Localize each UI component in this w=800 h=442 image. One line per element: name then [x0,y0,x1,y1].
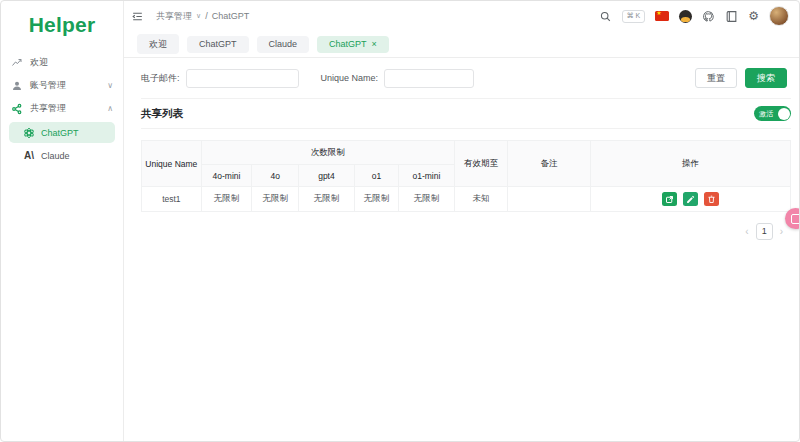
cell-actions [591,187,791,212]
col-o1: o1 [354,165,398,187]
delete-button[interactable] [704,192,719,206]
next-page-icon[interactable]: › [780,226,783,237]
unique-name-field[interactable] [384,69,474,88]
tab-welcome[interactable]: 欢迎 [137,34,179,54]
close-icon[interactable]: × [372,40,377,49]
toggle-knob [778,108,790,120]
tab-chatgpt[interactable]: ChatGPT [187,36,249,53]
unique-name-label: Unique Name: [321,73,379,83]
shortcut-badge: ⌘ K [622,10,646,23]
cell-limit: 无限制 [201,187,252,212]
col-actions: 操作 [591,141,791,187]
sidebar-item-accounts[interactable]: 账号管理 ∨ [1,74,123,97]
language-flag-icon[interactable] [655,11,669,21]
cell-limit: 无限制 [252,187,299,212]
main-area: 共享管理 ∨ / ChatGPT ⌘ K [124,1,799,441]
col-4o-mini: 4o-mini [201,165,252,187]
sidebar-item-label: 欢迎 [30,56,48,69]
pagination: ‹ 1 › [141,223,791,240]
search-button[interactable]: 搜索 [745,68,787,88]
active-toggle[interactable]: 激活 [754,106,791,121]
col-remark: 备注 [507,141,590,187]
sidebar-item-chatgpt[interactable]: ChatGPT [9,122,115,143]
edit-button[interactable] [683,192,698,206]
chevron-up-icon: ∧ [107,104,113,113]
search-icon[interactable] [599,10,612,23]
chart-icon [11,57,23,69]
user-icon [11,80,23,92]
sidebar-item-label: Claude [41,151,70,161]
sidebar-nav: 欢迎 账号管理 ∨ 共享管理 ∧ [1,51,123,166]
search-form: 电子邮件: Unique Name: 重置 搜索 [141,58,791,99]
email-field[interactable] [186,69,299,88]
col-gpt4: gpt4 [299,165,355,187]
table-header-row: Unique Name 次数限制 有效期至 备注 操作 [142,141,791,165]
breadcrumb-current[interactable]: ChatGPT [212,11,250,21]
anthropic-icon: A\ [23,150,35,162]
cell-expire: 未知 [454,187,507,212]
email-label: 电子邮件: [141,72,180,85]
cell-limit: 无限制 [354,187,398,212]
header-actions: ⌘ K ⚙ [599,6,789,26]
col-o1-mini: o1-mini [398,165,454,187]
share-list-title: 共享列表 [141,107,183,121]
app-window: Helper 欢迎 账号管理 ∨ [0,0,800,442]
sidebar-item-label: 账号管理 [30,79,66,92]
cell-unique-name: test1 [142,187,202,212]
share-table: Unique Name 次数限制 有效期至 备注 操作 4o-mini 4o g… [141,140,791,212]
tab-bar: 欢迎 ChatGPT Claude ChatGPT × [124,31,799,58]
col-unique-name: Unique Name [142,141,202,187]
tab-claude[interactable]: Claude [257,36,310,53]
toggle-label: 激活 [759,109,773,119]
form-actions: 重置 搜索 [695,68,791,88]
chevron-down-icon: ∨ [107,81,113,90]
trash-icon [707,192,716,207]
sidebar-item-label: 共享管理 [30,102,66,115]
cell-limit: 无限制 [299,187,355,212]
tab-chatgpt-active[interactable]: ChatGPT × [317,36,389,53]
external-link-icon [665,192,674,207]
col-limit-group: 次数限制 [201,141,454,165]
content-area: 电子邮件: Unique Name: 重置 搜索 共享列表 激活 [124,58,799,441]
sidebar-item-label: ChatGPT [41,128,79,138]
sidebar: Helper 欢迎 账号管理 ∨ [1,1,124,441]
sidebar-item-share[interactable]: 共享管理 ∧ [1,97,123,120]
docs-book-icon[interactable] [725,10,738,23]
col-expire: 有效期至 [454,141,507,187]
breadcrumb-separator: / [205,11,208,21]
github-icon[interactable] [702,10,715,23]
openai-icon [23,127,35,139]
settings-gear-icon[interactable]: ⚙ [748,9,759,23]
theme-toggle-icon[interactable] [679,10,692,23]
sidebar-item-welcome[interactable]: 欢迎 [1,51,123,74]
tab-label: ChatGPT [329,39,367,49]
col-4o: 4o [252,165,299,187]
page-number[interactable]: 1 [756,223,773,240]
app-logo: Helper [1,13,123,37]
cell-remark [507,187,590,212]
share-list-header: 共享列表 激活 [141,99,791,129]
prev-page-icon[interactable]: ‹ [745,226,748,237]
chevron-down-icon: ∨ [196,12,201,20]
floating-helper-button[interactable] [785,208,800,229]
sidebar-item-claude[interactable]: A\ Claude [9,145,115,166]
copy-link-button[interactable] [662,192,677,206]
header-bar: 共享管理 ∨ / ChatGPT ⌘ K [124,1,799,31]
share-icon [11,103,23,115]
cell-limit: 无限制 [398,187,454,212]
table-row: test1 无限制 无限制 无限制 无限制 无限制 未知 [142,187,791,212]
breadcrumb: 共享管理 ∨ / ChatGPT [156,10,249,23]
user-avatar[interactable] [769,6,789,26]
pencil-icon [686,192,695,207]
menu-fold-icon[interactable] [131,10,144,23]
breadcrumb-root[interactable]: 共享管理 [156,10,192,23]
reset-button[interactable]: 重置 [695,68,737,88]
